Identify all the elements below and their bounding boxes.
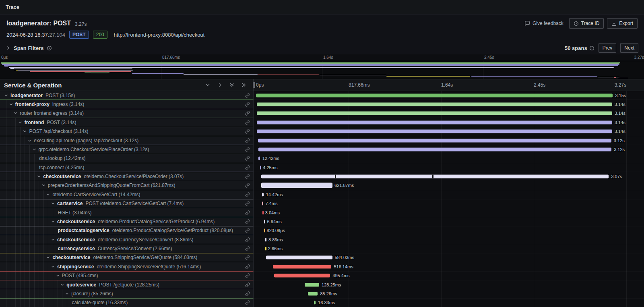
- span-row[interactable]: tcp.connect (4.25ms) 4.25ms: [0, 163, 644, 172]
- span-bar[interactable]: [265, 238, 266, 241]
- span-row[interactable]: currencyserviceCurrencyService/Convert (…: [0, 244, 644, 253]
- span-timeline-cell[interactable]: 85.26ms: [254, 289, 644, 298]
- span-link-icon[interactable]: [245, 255, 250, 260]
- span-collapse-chevron-icon[interactable]: [46, 255, 50, 260]
- span-bar[interactable]: [258, 139, 611, 142]
- span-link-icon[interactable]: [245, 228, 250, 233]
- span-row[interactable]: POST /api/checkout (3.14s) 3.14s: [0, 127, 644, 136]
- span-collapse-chevron-icon[interactable]: [51, 201, 55, 206]
- expand-all-icon[interactable]: [241, 82, 247, 88]
- span-collapse-chevron-icon[interactable]: [9, 102, 13, 107]
- span-name-cell[interactable]: router frontend egress (3.14s): [0, 109, 254, 118]
- span-row[interactable]: POST (495.4ms) 495.4ms: [0, 272, 644, 280]
- minimap-canvas[interactable]: [0, 61, 644, 79]
- span-timeline-cell[interactable]: 3.14s: [254, 100, 644, 109]
- span-count-info-icon[interactable]: [589, 46, 594, 51]
- span-name-cell[interactable]: checkoutserviceoteldemo.ProductCatalogSe…: [0, 217, 254, 226]
- span-timeline-cell[interactable]: 516.14ms: [254, 262, 644, 271]
- span-bar[interactable]: [314, 301, 316, 305]
- span-bar[interactable]: [273, 265, 331, 268]
- span-name-cell[interactable]: tcp.connect (4.25ms): [0, 163, 254, 172]
- span-bar[interactable]: [258, 147, 612, 151]
- span-bar[interactable]: [257, 120, 612, 124]
- span-row[interactable]: checkoutserviceoteldemo.ShippingService/…: [0, 253, 644, 262]
- span-collapse-chevron-icon[interactable]: [18, 120, 23, 124]
- span-link-icon[interactable]: [245, 102, 250, 107]
- span-timeline-cell[interactable]: 2.66ms: [254, 244, 644, 253]
- span-timeline-cell[interactable]: 14.42ms: [254, 190, 644, 199]
- span-timeline-cell[interactable]: 3.14s: [254, 118, 644, 127]
- span-timeline-cell[interactable]: 3.14s: [254, 127, 644, 136]
- span-name-cell[interactable]: HGET (3.04ms): [0, 208, 254, 217]
- span-link-icon[interactable]: [245, 192, 250, 197]
- span-collapse-chevron-icon[interactable]: [51, 237, 55, 242]
- span-timeline-cell[interactable]: 3.07s: [254, 172, 644, 181]
- span-timeline-cell[interactable]: 4.25ms: [254, 163, 644, 172]
- span-collapse-chevron-icon[interactable]: [51, 264, 55, 269]
- span-collapse-chevron-icon[interactable]: [65, 291, 69, 296]
- collapse-all-icon[interactable]: [229, 82, 235, 88]
- span-link-icon[interactable]: [245, 219, 250, 224]
- span-bar[interactable]: [256, 93, 613, 97]
- span-collapse-chevron-icon[interactable]: [51, 219, 55, 224]
- span-row[interactable]: checkoutserviceoteldemo.CurrencyService/…: [0, 235, 644, 244]
- span-row[interactable]: quoteservicePOST /getquote (128.25ms) 12…: [0, 280, 644, 289]
- span-row[interactable]: cartservicePOST /oteldemo.CartService/Ge…: [0, 199, 644, 208]
- span-row[interactable]: loadgeneratorPOST (3.15s) 3.15s: [0, 91, 644, 100]
- span-bar[interactable]: [264, 229, 265, 232]
- span-name-cell[interactable]: prepareOrderItemsAndShippingQuoteFromCar…: [0, 181, 254, 190]
- span-row[interactable]: checkoutserviceoteldemo.CheckoutService/…: [0, 172, 644, 181]
- span-collapse-chevron-icon[interactable]: [56, 274, 60, 278]
- span-link-icon[interactable]: [245, 138, 250, 143]
- panel-resize-grip[interactable]: [253, 82, 255, 88]
- span-row[interactable]: grpc.oteldemo.CheckoutService/PlaceOrder…: [0, 145, 644, 154]
- span-link-icon[interactable]: [245, 120, 250, 125]
- span-bar[interactable]: [265, 247, 266, 251]
- span-timeline-cell[interactable]: 495.4ms: [254, 272, 644, 280]
- span-name-cell[interactable]: frontendPOST (3.14s): [0, 118, 254, 127]
- span-row[interactable]: productcatalogserviceoteldemo.ProductCat…: [0, 226, 644, 235]
- span-collapse-chevron-icon[interactable]: [23, 129, 27, 134]
- span-row[interactable]: oteldemo.CartService/GetCart (14.42ms) 1…: [0, 190, 644, 199]
- span-link-icon[interactable]: [245, 246, 250, 251]
- expand-one-icon[interactable]: [217, 82, 223, 88]
- span-name-cell[interactable]: calculate-quote (16.33ms): [0, 299, 254, 307]
- span-timeline-cell[interactable]: 3.15s: [254, 91, 644, 100]
- span-bar[interactable]: [258, 157, 260, 160]
- span-collapse-chevron-icon[interactable]: [41, 183, 46, 188]
- span-name-cell[interactable]: checkoutserviceoteldemo.CheckoutService/…: [0, 172, 254, 181]
- span-bar[interactable]: [260, 166, 261, 169]
- trace-id-button[interactable]: Trace ID: [569, 18, 604, 29]
- span-name-cell[interactable]: shippingserviceoteldemo.ShippingService/…: [0, 262, 254, 271]
- span-link-icon[interactable]: [245, 264, 250, 269]
- span-name-cell[interactable]: currencyserviceCurrencyService/Convert (…: [0, 244, 254, 253]
- span-link-icon[interactable]: [245, 129, 250, 134]
- span-row[interactable]: HGET (3.04ms) 3.04ms: [0, 208, 644, 217]
- span-row[interactable]: {closure} (85.26ms) 85.26ms: [0, 289, 644, 298]
- span-timeline-cell[interactable]: 6.94ms: [254, 217, 644, 226]
- span-row[interactable]: prepareOrderItemsAndShippingQuoteFromCar…: [0, 181, 644, 190]
- span-link-icon[interactable]: [245, 201, 250, 206]
- span-name-cell[interactable]: checkoutserviceoteldemo.ShippingService/…: [0, 253, 254, 262]
- span-name-cell[interactable]: cartservicePOST /oteldemo.CartService/Ge…: [0, 199, 254, 208]
- span-link-icon[interactable]: [245, 165, 250, 170]
- span-row[interactable]: router frontend egress (3.14s) 3.14s: [0, 109, 644, 118]
- span-link-icon[interactable]: [245, 174, 250, 179]
- span-link-icon[interactable]: [245, 282, 250, 287]
- span-link-icon[interactable]: [245, 210, 250, 215]
- span-timeline-cell[interactable]: 16.33ms: [254, 299, 644, 307]
- span-link-icon[interactable]: [245, 291, 250, 296]
- span-bar[interactable]: [305, 283, 319, 286]
- span-timeline-cell[interactable]: 584.03ms: [254, 253, 644, 262]
- span-link-icon[interactable]: [245, 237, 250, 242]
- span-bar[interactable]: [308, 292, 318, 295]
- span-name-cell[interactable]: dns.lookup (12.42ms): [0, 154, 254, 163]
- span-timeline-cell[interactable]: 3.12s: [254, 145, 644, 154]
- span-bar[interactable]: [262, 211, 264, 214]
- span-bar[interactable]: [257, 112, 612, 115]
- span-name-cell[interactable]: oteldemo.CartService/GetCart (14.42ms): [0, 190, 254, 199]
- span-collapse-chevron-icon[interactable]: [60, 282, 64, 287]
- span-collapse-chevron-icon[interactable]: [13, 111, 18, 116]
- span-name-cell[interactable]: productcatalogserviceoteldemo.ProductCat…: [0, 226, 254, 235]
- span-timeline-cell[interactable]: 3.04ms: [254, 208, 644, 217]
